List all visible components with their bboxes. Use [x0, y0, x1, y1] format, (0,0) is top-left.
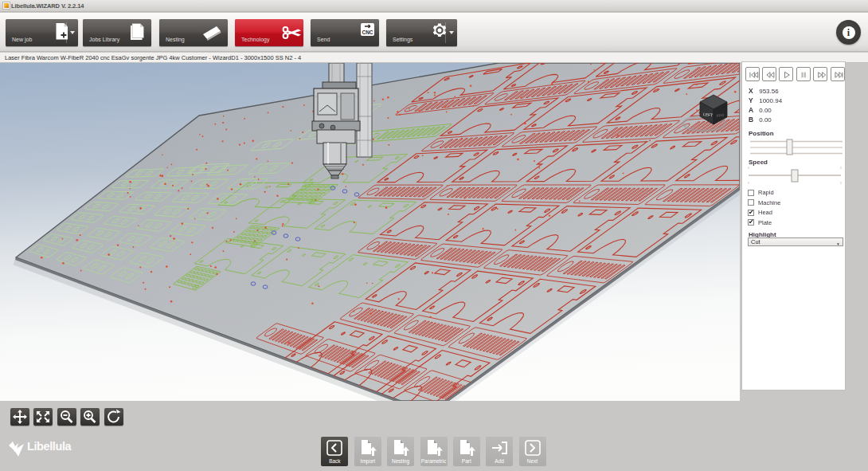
svg-text:LEFT: LEFT [703, 112, 714, 117]
